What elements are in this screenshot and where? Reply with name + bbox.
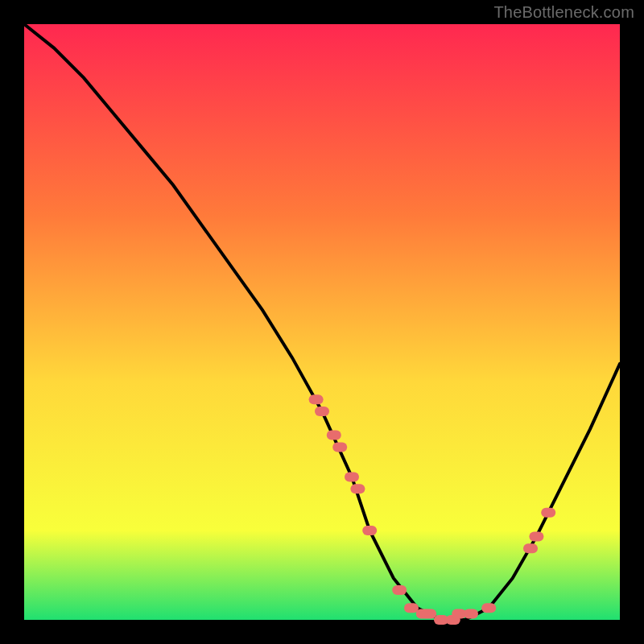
marker-point <box>404 603 419 613</box>
marker-point <box>332 442 347 452</box>
marker-point <box>464 609 478 619</box>
marker-point <box>315 407 329 416</box>
marker-point <box>481 603 496 613</box>
marker-point <box>422 609 436 619</box>
marker-point <box>362 526 377 535</box>
marker-point <box>309 394 324 404</box>
marker-point <box>523 543 538 553</box>
marker-point <box>392 585 407 595</box>
marker-point <box>541 508 555 518</box>
marker-point <box>529 531 543 541</box>
chart-frame: { "attribution": "TheBottleneck.com", "c… <box>0 0 644 644</box>
marker-point <box>350 484 365 493</box>
marker-point <box>345 472 359 481</box>
marker-point <box>327 431 341 440</box>
bottleneck-chart <box>0 0 644 644</box>
